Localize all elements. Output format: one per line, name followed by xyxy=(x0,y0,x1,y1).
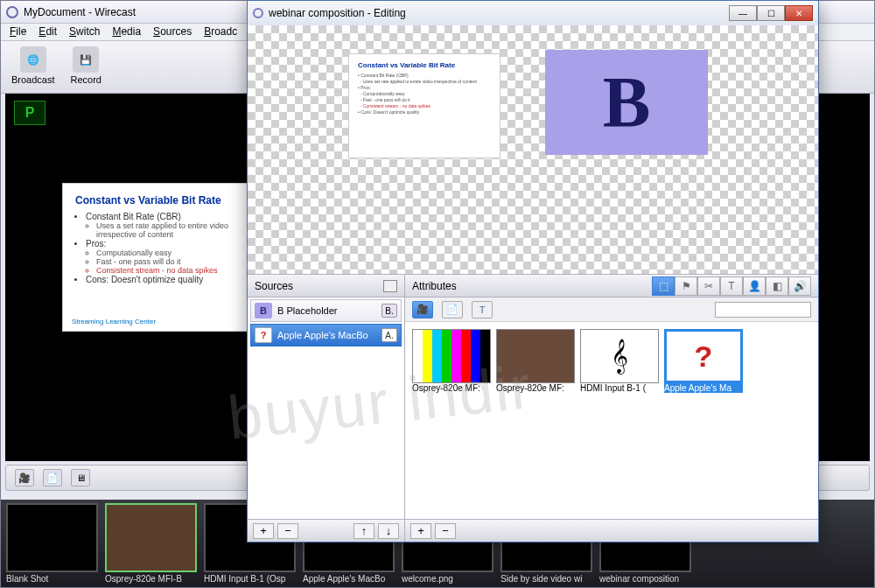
preview-slide: Constant vs Variable Bit Rate Constant B… xyxy=(62,183,255,332)
sources-panel: Sources B B Placeholder B. ? Apple Apple… xyxy=(248,275,405,542)
slide-subbullet: Consistent stream - no data spikes xyxy=(96,266,242,275)
bg-text-line: le xyxy=(841,262,869,298)
sources-header: Sources xyxy=(248,275,404,298)
tab-source-icon[interactable]: ⬚ xyxy=(652,276,675,296)
slide-subbullet: Uses a set rate applied to entire video … xyxy=(96,221,242,239)
media-grid: Osprey-820e MF: Osprey-820e MF: 𝄞 HDMI I… xyxy=(405,322,818,519)
source-label: Apple Apple's MacBo xyxy=(277,330,368,340)
menu-file[interactable]: File xyxy=(10,25,26,38)
close-button[interactable]: ✕ xyxy=(785,5,813,21)
media-label: Apple Apple's Ma xyxy=(664,383,743,393)
source-tag: B. xyxy=(382,304,397,318)
record-label: Record xyxy=(71,74,102,85)
mini-slide-body: • Constant Bit Rate (CBR) ◦ Uses set rat… xyxy=(358,73,491,116)
dialog-lower-split: Sources B B Placeholder B. ? Apple Apple… xyxy=(248,274,818,542)
globe-icon: 🌐 xyxy=(20,46,46,73)
media-apple[interactable]: ? Apple Apple's Ma xyxy=(664,329,743,393)
shot-blank[interactable]: Blank Shot xyxy=(6,503,98,584)
move-source-down-button[interactable]: ↓ xyxy=(378,523,399,539)
attributes-label: Attributes xyxy=(412,280,457,292)
mini-slide-title: Constant vs Variable Bit Rate xyxy=(358,61,491,69)
slide-bullet: Cons: Doesn't optimize quality xyxy=(86,275,242,284)
canvas-slide-layer[interactable]: Constant vs Variable Bit Rate • Constant… xyxy=(348,53,500,158)
sources-label: Sources xyxy=(255,280,293,292)
source-label: B Placeholder xyxy=(277,305,338,316)
tab-audio-icon[interactable]: 🔊 xyxy=(788,276,811,296)
wirecast-app-icon xyxy=(6,6,18,18)
attributes-panel: Attributes ⬚ ⚑ ✂ T 👤 ◧ 🔊 🎥 📄 T xyxy=(405,275,818,542)
menu-media[interactable]: Media xyxy=(112,25,141,38)
slide-bullet: Constant Bit Rate (CBR) xyxy=(86,212,242,221)
menu-switch[interactable]: Switch xyxy=(69,25,100,38)
add-source-button[interactable]: + xyxy=(253,523,274,539)
filter-video-icon[interactable]: 🎥 xyxy=(412,301,433,318)
display-layer-button[interactable]: 🖥 xyxy=(71,469,90,486)
dialog-app-icon xyxy=(253,8,263,18)
shot-osprey[interactable]: Osprey-820e MFI-B xyxy=(105,503,197,584)
document-layer-button[interactable]: 📄 xyxy=(43,469,62,486)
sources-detach-button[interactable] xyxy=(383,280,397,292)
menu-edit[interactable]: Edit xyxy=(38,25,57,38)
media-osprey-2[interactable]: Osprey-820e MF: xyxy=(496,329,575,393)
menu-sources[interactable]: Sources xyxy=(153,25,192,38)
sources-list: B B Placeholder B. ? Apple Apple's MacBo… xyxy=(248,298,404,519)
shot-label: Blank Shot xyxy=(6,574,98,584)
attributes-footer: + − xyxy=(405,519,818,542)
record-button[interactable]: 💾 Record xyxy=(71,46,102,88)
shot-label: welcome.png xyxy=(402,574,494,584)
source-item-b-placeholder[interactable]: B B Placeholder B. xyxy=(250,299,402,322)
dialog-titlebar[interactable]: webinar composition - Editing — ☐ ✕ xyxy=(248,1,818,25)
source-badge-icon: B xyxy=(255,303,272,318)
tab-flag-icon[interactable]: ⚑ xyxy=(675,276,697,296)
sources-footer: + − ↑ ↓ xyxy=(248,519,404,542)
shot-label: Osprey-820e MFI-B xyxy=(105,574,197,584)
media-label: HDMI Input B-1 ( xyxy=(580,383,659,393)
broadcast-button[interactable]: 🌐 Broadcast xyxy=(11,46,55,88)
slide-subbullet: Fast - one pass will do it xyxy=(96,257,242,266)
source-tag: A. xyxy=(382,328,397,342)
slide-title: Constant vs Variable Bit Rate xyxy=(75,194,242,206)
composition-canvas[interactable]: Constant vs Variable Bit Rate • Constant… xyxy=(248,25,818,274)
slide-footer: Streaming Learning Center xyxy=(72,318,156,326)
shot-label: Apple Apple's MacBo xyxy=(303,574,395,584)
tab-text-icon[interactable]: T xyxy=(720,276,743,296)
shot-label: Side by side video wi xyxy=(500,574,592,584)
add-media-button[interactable]: + xyxy=(410,523,431,539)
move-source-up-button[interactable]: ↑ xyxy=(354,523,374,539)
background-cut-text: ar le xyxy=(841,227,869,298)
tab-border-icon[interactable]: ◧ xyxy=(766,276,788,296)
go-live-indicator[interactable]: P xyxy=(14,101,46,125)
minimize-button[interactable]: — xyxy=(729,5,757,21)
menu-broadcast[interactable]: Broadc xyxy=(204,25,237,38)
broadcast-label: Broadcast xyxy=(11,74,55,85)
canvas-b-placeholder-layer[interactable]: B xyxy=(545,50,708,155)
remove-media-button[interactable]: − xyxy=(435,523,456,539)
source-badge-icon: ? xyxy=(255,327,272,343)
composition-editor-dialog: webinar composition - Editing — ☐ ✕ Cons… xyxy=(247,0,819,542)
slide-subbullet: Computationally easy xyxy=(96,248,242,257)
shot-label: HDMI Input B-1 (Osp xyxy=(204,574,296,584)
media-osprey-1[interactable]: Osprey-820e MF: xyxy=(412,329,491,393)
bg-text-line: ar xyxy=(841,227,869,262)
attribute-toolbar: 🎥 📄 T xyxy=(405,298,818,322)
slide-bullet: Pros: xyxy=(86,239,242,248)
disk-icon: 💾 xyxy=(73,46,99,73)
filter-image-icon[interactable]: 📄 xyxy=(442,301,463,318)
attribute-tabs: ⬚ ⚑ ✂ T 👤 ◧ 🔊 xyxy=(652,276,811,296)
source-item-apple-macbook[interactable]: ? Apple Apple's MacBo A. xyxy=(250,324,402,346)
tab-crop-icon[interactable]: ✂ xyxy=(697,276,720,296)
dialog-title: webinar composition - Editing xyxy=(269,7,406,19)
media-search-input[interactable] xyxy=(715,302,811,318)
media-label: Osprey-820e MF: xyxy=(496,383,575,393)
main-title: MyDocument - Wirecast xyxy=(24,6,136,18)
remove-source-button[interactable]: − xyxy=(277,523,298,539)
media-hdmi[interactable]: 𝄞 HDMI Input B-1 ( xyxy=(580,329,659,393)
attributes-header: Attributes ⬚ ⚑ ✂ T 👤 ◧ 🔊 xyxy=(405,275,818,298)
filter-text-icon[interactable]: T xyxy=(472,301,493,318)
tab-chroma-icon[interactable]: 👤 xyxy=(743,276,766,296)
camera-layer-button[interactable]: 🎥 xyxy=(15,469,34,486)
maximize-button[interactable]: ☐ xyxy=(757,5,785,21)
shot-label: webinar composition xyxy=(599,574,691,584)
media-label: Osprey-820e MF: xyxy=(412,383,491,393)
